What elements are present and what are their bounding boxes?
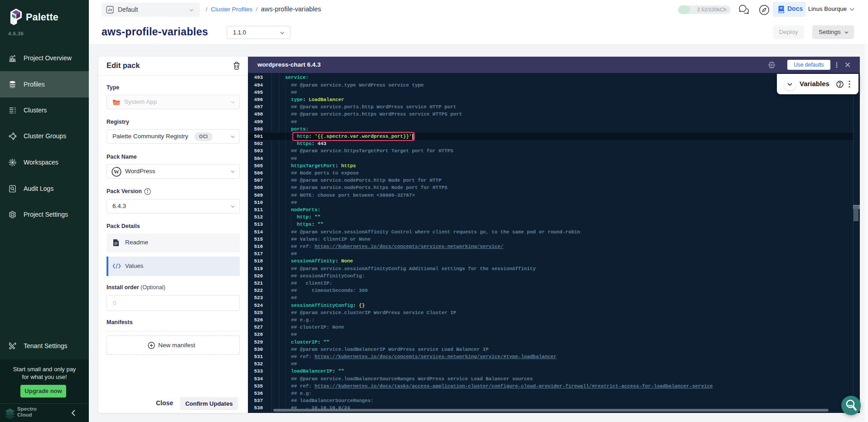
svg-text:W: W xyxy=(114,169,120,175)
